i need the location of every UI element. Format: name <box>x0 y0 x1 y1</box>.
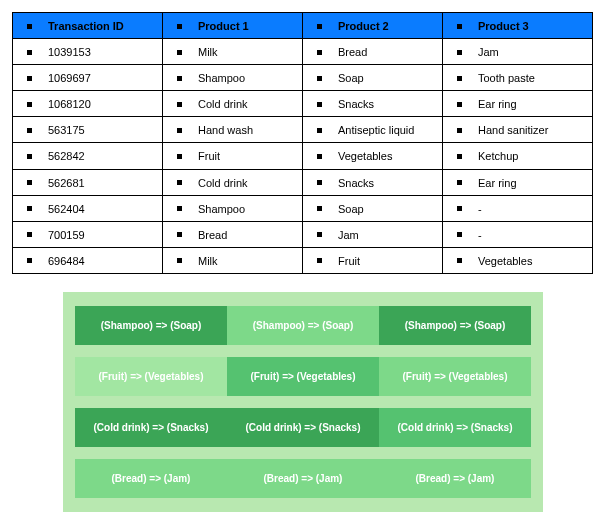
table-cell: Milk <box>163 247 303 273</box>
table-row: 700159BreadJam- <box>13 221 593 247</box>
table-cell: Snacks <box>303 169 443 195</box>
bullet-icon <box>457 154 462 159</box>
bullet-icon <box>177 50 182 55</box>
cell-value: Shampoo <box>198 203 245 215</box>
cell-value: Cold drink <box>198 177 248 189</box>
bullet-icon <box>177 102 182 107</box>
rules-row: (Bread) => (Jam)(Bread) => (Jam)(Bread) … <box>75 459 531 498</box>
bullet-icon <box>27 206 32 211</box>
table-cell: Vegetables <box>443 247 593 273</box>
bullet-icon <box>27 128 32 133</box>
cell-value: Cold drink <box>198 98 248 110</box>
bullet-icon <box>27 232 32 237</box>
col-header: Transaction ID <box>13 13 163 39</box>
cell-value: Hand wash <box>198 124 253 136</box>
rule-tile: (Fruit) => (Vegetables) <box>75 357 227 396</box>
table-cell: Shampoo <box>163 195 303 221</box>
table-cell: Cold drink <box>163 169 303 195</box>
rule-tile: (Fruit) => (Vegetables) <box>227 357 379 396</box>
rule-tile: (Shampoo) => (Soap) <box>227 306 379 345</box>
cell-value: Hand sanitizer <box>478 124 548 136</box>
table-cell: 562404 <box>13 195 163 221</box>
bullet-icon <box>27 258 32 263</box>
table-row: 563175Hand washAntiseptic liquidHand san… <box>13 117 593 143</box>
bullet-icon <box>457 232 462 237</box>
table-cell: 696484 <box>13 247 163 273</box>
table-cell: Cold drink <box>163 91 303 117</box>
bullet-icon <box>457 206 462 211</box>
table-row: 696484MilkFruitVegetables <box>13 247 593 273</box>
cell-value: 562404 <box>48 203 85 215</box>
table-cell: 1069697 <box>13 65 163 91</box>
table-cell: Fruit <box>303 247 443 273</box>
cell-value: 562681 <box>48 177 85 189</box>
col-header: Product 2 <box>303 13 443 39</box>
table-row: 1039153MilkBreadJam <box>13 39 593 65</box>
bullet-icon <box>177 128 182 133</box>
cell-value: Antiseptic liquid <box>338 124 414 136</box>
association-rules-panel: (Shampoo) => (Soap)(Shampoo) => (Soap)(S… <box>63 292 543 512</box>
table-cell: Ketchup <box>443 143 593 169</box>
table-cell: Soap <box>303 65 443 91</box>
header-label: Product 2 <box>338 20 389 32</box>
table-cell: Tooth paste <box>443 65 593 91</box>
cell-value: 562842 <box>48 151 85 163</box>
bullet-icon <box>27 154 32 159</box>
bullet-icon <box>177 258 182 263</box>
rules-row: (Shampoo) => (Soap)(Shampoo) => (Soap)(S… <box>75 306 531 345</box>
rule-tile: (Cold drink) => (Snacks) <box>227 408 379 447</box>
bullet-icon <box>317 128 322 133</box>
rule-tile: (Shampoo) => (Soap) <box>379 306 531 345</box>
cell-value: Bread <box>338 46 367 58</box>
rule-tile: (Bread) => (Jam) <box>75 459 227 498</box>
table-cell: Vegetables <box>303 143 443 169</box>
rule-tile: (Cold drink) => (Snacks) <box>379 408 531 447</box>
cell-value: Shampoo <box>198 72 245 84</box>
col-header: Product 3 <box>443 13 593 39</box>
rule-tile: (Cold drink) => (Snacks) <box>75 408 227 447</box>
col-header: Product 1 <box>163 13 303 39</box>
table-cell: Shampoo <box>163 65 303 91</box>
cell-value: 1039153 <box>48 46 91 58</box>
bullet-icon <box>317 180 322 185</box>
table-cell: 700159 <box>13 221 163 247</box>
bullet-icon <box>457 24 462 29</box>
table-cell: Soap <box>303 195 443 221</box>
cell-value: Soap <box>338 72 364 84</box>
cell-value: - <box>478 203 482 215</box>
cell-value: Ear ring <box>478 98 517 110</box>
table-cell: Snacks <box>303 91 443 117</box>
bullet-icon <box>457 102 462 107</box>
rule-tile: (Bread) => (Jam) <box>379 459 531 498</box>
bullet-icon <box>27 24 32 29</box>
cell-value: Ketchup <box>478 151 518 163</box>
bullet-icon <box>317 206 322 211</box>
bullet-icon <box>317 76 322 81</box>
cell-value: 1069697 <box>48 72 91 84</box>
table-cell: Jam <box>443 39 593 65</box>
cell-value: Tooth paste <box>478 72 535 84</box>
bullet-icon <box>177 180 182 185</box>
bullet-icon <box>177 206 182 211</box>
table-cell: Fruit <box>163 143 303 169</box>
table-cell: - <box>443 221 593 247</box>
transactions-table: Transaction ID Product 1 Product 2 Produ… <box>12 12 593 274</box>
table-cell: - <box>443 195 593 221</box>
table-cell: Ear ring <box>443 169 593 195</box>
bullet-icon <box>27 76 32 81</box>
rules-row: (Cold drink) => (Snacks)(Cold drink) => … <box>75 408 531 447</box>
table-cell: Hand wash <box>163 117 303 143</box>
header-label: Product 1 <box>198 20 249 32</box>
bullet-icon <box>457 180 462 185</box>
bullet-icon <box>317 258 322 263</box>
bullet-icon <box>177 76 182 81</box>
table-row: 1068120Cold drinkSnacksEar ring <box>13 91 593 117</box>
cell-value: Soap <box>338 203 364 215</box>
cell-value: Fruit <box>338 255 360 267</box>
cell-value: - <box>478 229 482 241</box>
table-row: 562842FruitVegetablesKetchup <box>13 143 593 169</box>
bullet-icon <box>27 102 32 107</box>
rules-row: (Fruit) => (Vegetables)(Fruit) => (Veget… <box>75 357 531 396</box>
cell-value: Vegetables <box>478 255 532 267</box>
table-row: 1069697ShampooSoapTooth paste <box>13 65 593 91</box>
